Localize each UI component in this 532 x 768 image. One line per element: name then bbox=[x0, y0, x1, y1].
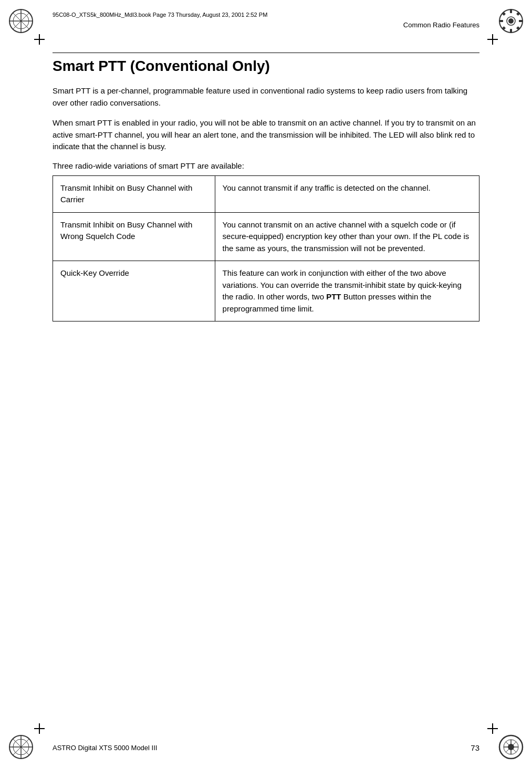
cross-marker-tr bbox=[487, 34, 498, 45]
corner-decoration-tl bbox=[5, 5, 37, 37]
table-row: Transmit Inhibit on Busy Channel with Ca… bbox=[53, 175, 479, 212]
header-bar: Common Radio Features bbox=[53, 21, 479, 31]
table-row: Quick-Key Override This feature can work… bbox=[53, 261, 479, 321]
file-info: 95C08-O_XTS5k_800MHz_Mdl3.book Page 73 T… bbox=[53, 12, 479, 18]
cross-marker-tl bbox=[34, 34, 45, 45]
table-intro: Three radio-wide variations of smart PTT… bbox=[53, 161, 479, 170]
cross-marker-br bbox=[487, 723, 498, 734]
header-title: Common Radio Features bbox=[403, 21, 479, 29]
page-container: 95C08-O_XTS5k_800MHz_Mdl3.book Page 73 T… bbox=[0, 0, 532, 768]
corner-decoration-tr bbox=[495, 5, 527, 37]
corner-decoration-br bbox=[495, 731, 527, 763]
smart-ptt-table: Transmit Inhibit on Busy Channel with Ca… bbox=[53, 175, 479, 322]
paragraph-1: Smart PTT is a per-channel, programmable… bbox=[53, 85, 479, 109]
svg-rect-11 bbox=[499, 20, 503, 22]
svg-rect-10 bbox=[510, 29, 512, 33]
page-heading: Smart PTT (Conventional Only) bbox=[53, 58, 479, 75]
footer-area: ASTRO Digital XTS 5000 Model III 73 bbox=[53, 743, 479, 752]
footer-left-text: ASTRO Digital XTS 5000 Model III bbox=[53, 744, 157, 752]
svg-rect-9 bbox=[510, 9, 512, 13]
content-area: Smart PTT (Conventional Only) Smart PTT … bbox=[53, 58, 479, 726]
table-cell-row3-col2-bold: PTT bbox=[326, 292, 341, 301]
svg-point-8 bbox=[508, 18, 514, 24]
table-cell-row1-col2: You cannot transmit if any traffic is de… bbox=[215, 175, 479, 212]
cross-marker-bl bbox=[34, 723, 45, 734]
table-row: Transmit Inhibit on Busy Channel with Wr… bbox=[53, 212, 479, 261]
table-cell-row1-col1: Transmit Inhibit on Busy Channel with Ca… bbox=[53, 175, 215, 212]
table-cell-row2-col2: You cannot transmit on an active channel… bbox=[215, 212, 479, 261]
svg-rect-12 bbox=[519, 20, 523, 22]
table-cell-row3-col1: Quick-Key Override bbox=[53, 261, 215, 321]
table-cell-row3-col2: This feature can work in conjunction wit… bbox=[215, 261, 479, 321]
header-line bbox=[53, 53, 479, 53]
paragraph-2: When smart PTT is enabled in your radio,… bbox=[53, 117, 479, 153]
footer-page-number: 73 bbox=[471, 743, 479, 752]
table-cell-row2-col1: Transmit Inhibit on Busy Channel with Wr… bbox=[53, 212, 215, 261]
corner-decoration-bl bbox=[5, 731, 37, 763]
